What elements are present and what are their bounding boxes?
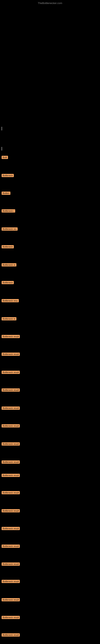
bottleneck-badge-7[interactable]: Bottleneck bbox=[1, 281, 14, 284]
bottleneck-badge-3[interactable]: Bottleneck r bbox=[1, 209, 15, 212]
bottleneck-badge-14[interactable]: Bottleneck result bbox=[1, 406, 20, 410]
bottleneck-badge-21[interactable]: Bottleneck result bbox=[1, 527, 20, 530]
bottleneck-badge-17[interactable]: Bottleneck result bbox=[1, 460, 20, 464]
bottleneck-badge-2[interactable]: Bottlen bbox=[1, 192, 10, 195]
bottleneck-badge-15[interactable]: Bottleneck result bbox=[1, 424, 20, 428]
cursor-line-0 bbox=[1, 127, 2, 130]
bottleneck-badge-25[interactable]: Bottleneck result bbox=[1, 598, 20, 601]
bottleneck-badge-24[interactable]: Bottleneck result bbox=[1, 580, 20, 583]
bottleneck-badge-6[interactable]: Bottleneck re bbox=[1, 263, 16, 266]
bottleneck-badge-26[interactable]: Bottleneck result bbox=[1, 616, 20, 619]
bottleneck-badge-19[interactable]: Bottleneck result bbox=[1, 491, 20, 494]
bottleneck-badge-13[interactable]: Bottleneck result bbox=[1, 388, 20, 392]
bottleneck-badge-4[interactable]: Bottleneck res bbox=[1, 228, 18, 231]
bottleneck-badge-27[interactable]: Bottleneck result bbox=[1, 633, 20, 636]
bottleneck-badge-12[interactable]: Bottleneck result bbox=[1, 371, 20, 374]
bottleneck-badge-11[interactable]: Bottleneck result bbox=[1, 352, 20, 356]
bottleneck-badge-0[interactable]: Bottl bbox=[1, 156, 8, 159]
bottleneck-badge-8[interactable]: Bottleneck resu bbox=[1, 299, 19, 302]
cursor-line-1 bbox=[1, 147, 2, 150]
bottleneck-badge-1[interactable]: Bottleneck bbox=[1, 174, 14, 177]
bottleneck-badge-16[interactable]: Bottleneck result bbox=[1, 442, 20, 446]
bottleneck-badge-10[interactable]: Bottleneck result bbox=[1, 335, 20, 338]
bottleneck-badge-20[interactable]: Bottleneck result bbox=[1, 509, 20, 512]
bottleneck-badge-9[interactable]: Bottleneck re bbox=[1, 317, 16, 320]
bottleneck-badge-22[interactable]: Bottleneck result bbox=[1, 544, 20, 548]
bottleneck-badge-23[interactable]: Bottleneck result bbox=[1, 562, 20, 566]
bottleneck-badge-5[interactable]: Bottleneck bbox=[1, 245, 14, 248]
bottleneck-badge-18[interactable]: Bottleneck result bbox=[1, 474, 20, 477]
site-title: TheBottlenecker.com bbox=[38, 2, 62, 5]
